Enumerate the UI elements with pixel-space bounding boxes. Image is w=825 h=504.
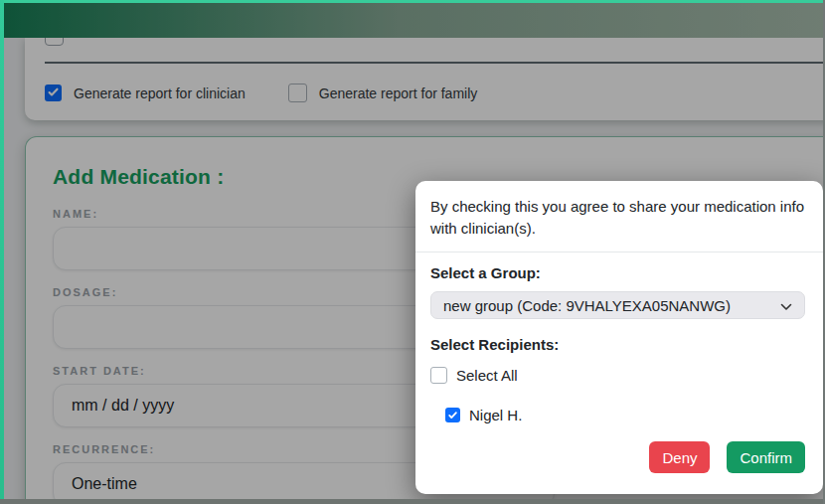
modal-divider bbox=[415, 252, 823, 252]
agreement-text: By checking this you agree to share your… bbox=[430, 196, 805, 240]
frame-left-edge bbox=[0, 0, 4, 504]
recipient-label-nigel: Nigel H. bbox=[469, 407, 522, 423]
group-select-value: new group (Code: 9VHALYEXA05NANWG) bbox=[443, 297, 731, 314]
recipient-row: Nigel H. bbox=[445, 407, 805, 423]
frame-bottom-edge bbox=[0, 499, 825, 504]
select-all-row: Select All bbox=[430, 367, 805, 384]
select-all-label: Select All bbox=[456, 367, 518, 384]
confirm-button[interactable]: Confirm bbox=[727, 441, 805, 473]
app-frame: Generate report for clinician Generate r… bbox=[0, 0, 825, 504]
frame-top-edge bbox=[0, 0, 825, 3]
recipient-checkbox-nigel[interactable] bbox=[445, 408, 460, 422]
deny-button[interactable]: Deny bbox=[649, 441, 710, 473]
select-group-label: Select a Group: bbox=[430, 264, 805, 281]
modal-footer: Deny Confirm bbox=[430, 441, 805, 473]
select-all-checkbox[interactable] bbox=[430, 367, 447, 384]
select-recipients-label: Select Recipients: bbox=[430, 336, 805, 353]
check-icon bbox=[447, 407, 458, 423]
chevron-down-icon bbox=[780, 297, 792, 314]
group-select[interactable]: new group (Code: 9VHALYEXA05NANWG) bbox=[430, 291, 805, 319]
share-consent-modal: By checking this you agree to share your… bbox=[415, 181, 823, 494]
